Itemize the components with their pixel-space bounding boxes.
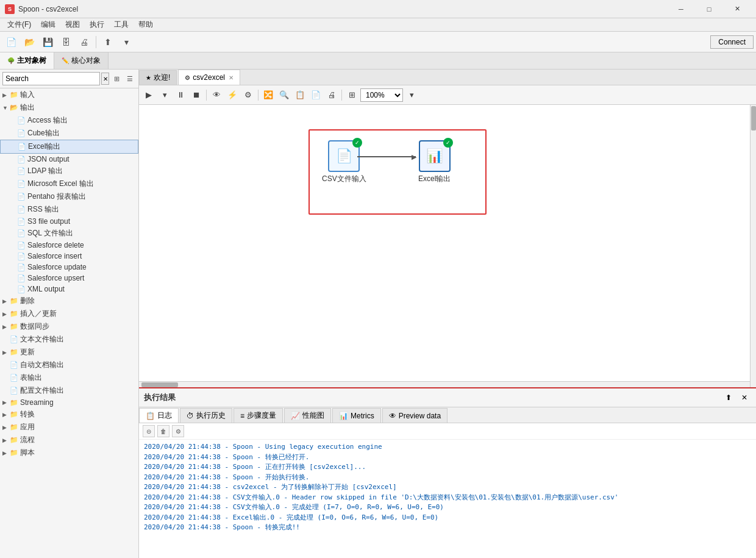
tree-item-sf-update[interactable]: 📄 Salesforce update <box>0 262 138 273</box>
open-button[interactable]: 📂 <box>21 34 38 50</box>
tree-item-sf-delete[interactable]: 📄 Salesforce delete <box>0 240 138 251</box>
tree-item-insert-update[interactable]: ▶ 📁 插入／更新 <box>0 307 138 320</box>
menu-execute[interactable]: 执行 <box>85 18 109 31</box>
stop-button[interactable]: ⏹ <box>189 88 204 102</box>
toggle-update: ▶ <box>2 349 10 356</box>
left-panel: ✕ ⊞ ☰ ▶ 📁 输入 ▼ 📂 输出 📄 Access 输出 <box>0 70 139 558</box>
tree-item-transform[interactable]: ▶ 📁 转换 <box>0 408 138 421</box>
window-controls: ─ □ ✕ <box>667 0 751 18</box>
tree-item-access[interactable]: 📄 Access 输出 <box>0 114 138 127</box>
tree-item-textfile[interactable]: 📄 文本文件输出 <box>0 333 138 346</box>
tree-label-xml: XML output <box>27 285 65 293</box>
tab-main-objects[interactable]: 🌳 主对象树 <box>0 52 54 69</box>
excel-node[interactable]: 📊 ✓ Excel输出 <box>418 140 451 184</box>
log-delete-button[interactable]: 🗑 <box>157 425 169 437</box>
tree-item-output[interactable]: ▼ 📂 输出 <box>0 101 138 114</box>
csv-node-icon: 📄 <box>336 148 352 164</box>
tree-item-pentaho[interactable]: 📄 Pentaho 报表输出 <box>0 190 138 203</box>
impact-button[interactable]: ⚙ <box>241 88 255 102</box>
preview-button[interactable]: 👁 <box>209 88 224 102</box>
tree-label-transform: 转换 <box>20 409 35 420</box>
tree-item-ldap[interactable]: 📄 LDAP 输出 <box>0 165 138 177</box>
bottom-tab-log[interactable]: 📋 日志 <box>139 408 179 423</box>
print-button[interactable]: 🖨 <box>76 34 93 50</box>
tree-item-excel[interactable]: 📄 Excel输出 <box>0 140 138 154</box>
sniff-button[interactable]: 🔍 <box>277 88 291 102</box>
tree-item-xml[interactable]: 📄 XML output <box>0 284 138 295</box>
connect-button[interactable]: Connect <box>710 35 754 49</box>
zoom-dropdown[interactable]: ▾ <box>404 88 419 102</box>
close-button[interactable]: ✕ <box>723 0 751 18</box>
menu-tools[interactable]: 工具 <box>109 18 134 31</box>
menu-view[interactable]: 视图 <box>60 18 85 31</box>
tree-item-s3[interactable]: 📄 S3 file output <box>0 216 138 227</box>
tree-item-rss[interactable]: 📄 RSS 输出 <box>0 203 138 216</box>
log-content: 2020/04/20 21:44:38 - Spoon - Using lega… <box>139 440 756 558</box>
menu-help[interactable]: 帮助 <box>134 18 158 31</box>
zoom-select[interactable]: 50% 75% 100% 125% 150% 200% <box>360 88 403 102</box>
menu-file[interactable]: 文件(F) <box>2 18 36 31</box>
tree-item-sf-insert[interactable]: 📄 Salesforce insert <box>0 251 138 262</box>
folder-icon-insert-update: 📁 <box>10 310 18 318</box>
history-tab-icon: ⏱ <box>187 412 194 420</box>
save-button[interactable]: 💾 <box>39 34 56 50</box>
log-settings-button[interactable]: ⚙ <box>172 425 184 437</box>
extra-button[interactable]: ▾ <box>118 34 135 50</box>
editor-tab-welcome[interactable]: ★ 欢迎! <box>139 70 177 85</box>
bottom-tab-metrics[interactable]: 📊 Metrics <box>332 408 381 423</box>
tab-core-objects[interactable]: ✏️ 核心对象 <box>54 52 109 69</box>
bottom-tab-history[interactable]: ⏱ 执行历史 <box>180 408 232 423</box>
data-lineage-button[interactable]: 🔀 <box>261 88 276 102</box>
editor-tab-csv2excel[interactable]: ⚙ csv2excel ✕ <box>178 70 240 85</box>
new-file-button[interactable]: 📄 <box>2 34 20 50</box>
csv2excel-tab-close[interactable]: ✕ <box>229 74 234 81</box>
close-panel-button[interactable]: ✕ <box>738 391 751 404</box>
expand-panel-button[interactable]: ⬆ <box>722 391 735 404</box>
tree-item-streaming[interactable]: ▶ 📁 Streaming <box>0 397 138 408</box>
canvas-area[interactable]: 📄 ✓ CSV文件输入 ▶ 📊 ✓ <box>139 105 756 387</box>
tree-item-delete[interactable]: ▶ 📁 删除 <box>0 295 138 307</box>
export-button[interactable]: ⬆ <box>99 34 116 50</box>
excel-node-icon: 📊 <box>426 148 443 164</box>
tree-item-input[interactable]: ▶ 📁 输入 <box>0 88 138 101</box>
tree-item-configout[interactable]: 📄 配置文件输出 <box>0 384 138 397</box>
tree-item-msexcel[interactable]: 📄 Microsoft Excel 输出 <box>0 177 138 190</box>
fit-button[interactable]: ⊞ <box>344 88 359 102</box>
tree-item-cube[interactable]: 📄 Cube输出 <box>0 127 138 140</box>
tree-item-script[interactable]: ▶ 📁 脚本 <box>0 446 138 459</box>
log-tab-icon: 📋 <box>146 412 155 420</box>
bottom-tab-perf[interactable]: 📈 性能图 <box>284 408 331 423</box>
search-input[interactable] <box>2 72 100 85</box>
tree-item-sf-upsert[interactable]: 📄 Salesforce upsert <box>0 273 138 284</box>
tree-item-sql[interactable]: 📄 SQL 文件输出 <box>0 227 138 240</box>
search-tree-button[interactable]: ⊞ <box>110 73 123 85</box>
tree-item-json[interactable]: 📄 JSON output <box>0 154 138 165</box>
metrics-tab-icon: 📊 <box>339 412 348 420</box>
search-list-button[interactable]: ☰ <box>124 73 136 85</box>
bottom-tab-preview[interactable]: 👁 Preview data <box>382 408 448 423</box>
tree-item-autodoc[interactable]: 📄 自动文档输出 <box>0 359 138 371</box>
bottom-tab-steps[interactable]: ≡ 步骤度量 <box>234 408 283 423</box>
menu-edit[interactable]: 编辑 <box>36 18 60 31</box>
log-line-9: 2020/04/20 21:44:38 - Spoon - 转换完成!! <box>144 523 751 533</box>
run-button[interactable]: ▶ <box>141 88 156 102</box>
pause-button[interactable]: ⏸ <box>173 88 188 102</box>
save-as-button[interactable]: 🗄 <box>57 34 74 50</box>
tree-item-update[interactable]: ▶ 📁 更新 <box>0 346 138 359</box>
paste-button[interactable]: 📄 <box>308 88 323 102</box>
minimize-button[interactable]: ─ <box>667 0 695 18</box>
csv-node[interactable]: 📄 ✓ CSV文件输入 <box>322 140 366 184</box>
maximize-button[interactable]: □ <box>695 0 723 18</box>
run-dropdown[interactable]: ▾ <box>157 88 172 102</box>
tree-item-tableout[interactable]: 📄 表输出 <box>0 371 138 384</box>
print-canvas-button[interactable]: 🖨 <box>324 88 339 102</box>
file-icon-access: 📄 <box>17 116 26 124</box>
check-button[interactable]: ⚡ <box>225 88 240 102</box>
tree-item-flow[interactable]: ▶ 📁 流程 <box>0 434 138 446</box>
tree-item-datasync[interactable]: ▶ 📁 数据同步 <box>0 320 138 333</box>
tree-item-app[interactable]: ▶ 📁 应用 <box>0 421 138 434</box>
toggle-flow: ▶ <box>2 437 10 443</box>
search-clear-button[interactable]: ✕ <box>101 73 109 85</box>
copy-button[interactable]: 📋 <box>293 88 307 102</box>
log-clear-button[interactable]: ⊝ <box>143 425 155 437</box>
